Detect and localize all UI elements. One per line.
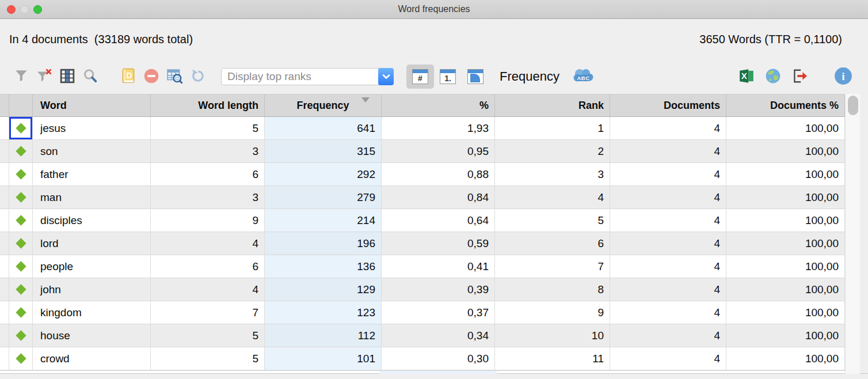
diamond-cell[interactable] bbox=[9, 278, 33, 301]
dropdown-value: Display top ranks bbox=[222, 70, 311, 83]
cell-documents: 4 bbox=[610, 301, 726, 324]
cell-percent: 1,93 bbox=[382, 117, 495, 140]
cell-documents: 4 bbox=[610, 324, 726, 347]
cell-percent: 0,39 bbox=[382, 278, 495, 301]
dictionary-button[interactable]: D bbox=[119, 67, 138, 86]
row-gutter bbox=[0, 140, 9, 163]
cell-documents-percent: 100,00 bbox=[726, 186, 845, 209]
export-excel-button[interactable]: X bbox=[737, 67, 756, 86]
cell-rank: 9 bbox=[495, 301, 610, 324]
table-row[interactable]: man 3 279 0,84 4 4 100,00 bbox=[0, 186, 845, 209]
diamond-cell[interactable] bbox=[9, 117, 33, 140]
close-button[interactable] bbox=[7, 5, 16, 14]
word-diamond-icon bbox=[16, 192, 26, 202]
row-gutter bbox=[0, 347, 9, 370]
cell-rank: 7 bbox=[495, 255, 610, 278]
word-diamond-icon bbox=[16, 123, 26, 133]
cell-word[interactable]: son bbox=[33, 140, 151, 163]
undo-button[interactable] bbox=[188, 67, 207, 86]
word-diamond-icon bbox=[16, 353, 26, 363]
diamond-cell[interactable] bbox=[9, 140, 33, 163]
search-results-button[interactable] bbox=[165, 67, 184, 86]
cell-word[interactable]: father bbox=[33, 163, 151, 186]
table-row[interactable]: father 6 292 0,88 3 4 100,00 bbox=[0, 163, 845, 186]
header-word-length[interactable]: Word length bbox=[151, 94, 265, 116]
toggle-document-view[interactable] bbox=[462, 65, 489, 89]
table-row[interactable]: crowd 5 101 0,30 11 4 100,00 bbox=[0, 347, 845, 370]
cell-word-length: 3 bbox=[151, 186, 265, 209]
cell-word[interactable]: house bbox=[33, 324, 151, 347]
search-button[interactable] bbox=[81, 67, 100, 86]
table-row[interactable]: lord 4 196 0,59 6 4 100,00 bbox=[0, 232, 845, 255]
search-icon bbox=[82, 68, 98, 86]
traffic-lights bbox=[7, 0, 42, 19]
table-row[interactable]: house 5 112 0,34 10 4 100,00 bbox=[0, 324, 845, 347]
cell-frequency: 315 bbox=[265, 140, 382, 163]
cell-documents: 4 bbox=[610, 186, 726, 209]
vertical-scrollbar[interactable] bbox=[845, 94, 860, 374]
cell-percent: 0,88 bbox=[382, 163, 495, 186]
diamond-cell[interactable] bbox=[9, 232, 33, 255]
cell-word-length: 5 bbox=[151, 324, 265, 347]
diamond-cell[interactable] bbox=[9, 209, 33, 232]
cell-frequency: 112 bbox=[265, 324, 382, 347]
cell-word[interactable]: jesus bbox=[33, 117, 151, 140]
zoom-button[interactable] bbox=[33, 5, 42, 14]
scrollbar-thumb[interactable] bbox=[848, 96, 858, 115]
export-html-button[interactable] bbox=[763, 67, 783, 86]
cell-word[interactable]: lord bbox=[33, 232, 151, 255]
cell-word[interactable]: john bbox=[33, 278, 151, 301]
cell-word[interactable]: people bbox=[33, 255, 151, 278]
cell-word[interactable]: man bbox=[33, 186, 151, 209]
table-row[interactable]: jesus 5 641 1,93 1 4 100,00 bbox=[0, 117, 845, 140]
header-word[interactable]: Word bbox=[33, 94, 151, 116]
table-row[interactable]: people 6 136 0,41 7 4 100,00 bbox=[0, 255, 845, 278]
row-gutter bbox=[0, 324, 9, 347]
header-frequency[interactable]: Frequency bbox=[265, 94, 382, 116]
cell-rank: 11 bbox=[495, 347, 610, 370]
header-documents-percent[interactable]: Documents % bbox=[726, 94, 845, 116]
diamond-cell[interactable] bbox=[9, 347, 33, 370]
filter-button[interactable] bbox=[12, 67, 31, 86]
header-percent[interactable]: % bbox=[382, 94, 495, 116]
cell-documents: 4 bbox=[610, 347, 726, 370]
row-gutter bbox=[0, 301, 9, 324]
toggle-frequency-view[interactable]: # bbox=[406, 65, 434, 89]
select-columns-button[interactable] bbox=[58, 67, 77, 86]
dictionary-book-icon: D bbox=[121, 68, 136, 86]
cell-word[interactable]: crowd bbox=[33, 347, 151, 370]
word-cloud-icon: ABC bbox=[572, 67, 594, 86]
header-diamond[interactable] bbox=[9, 94, 33, 116]
diamond-cell[interactable] bbox=[9, 186, 33, 209]
row-gutter bbox=[0, 209, 9, 232]
minimize-button[interactable] bbox=[20, 5, 29, 14]
display-top-ranks-dropdown[interactable]: Display top ranks bbox=[221, 68, 394, 85]
remove-filter-button[interactable] bbox=[35, 67, 54, 86]
table-columns-icon bbox=[60, 69, 75, 85]
diamond-cell[interactable] bbox=[9, 324, 33, 347]
svg-text:X: X bbox=[741, 71, 747, 81]
info-button[interactable]: i bbox=[833, 67, 853, 86]
header-documents[interactable]: Documents bbox=[610, 94, 726, 116]
table-row[interactable]: john 4 129 0,39 8 4 100,00 bbox=[0, 278, 845, 301]
cell-word[interactable]: kingdom bbox=[33, 301, 151, 324]
word-diamond-icon bbox=[16, 238, 26, 248]
diamond-cell[interactable] bbox=[9, 301, 33, 324]
word-cloud-button[interactable]: ABC bbox=[573, 67, 593, 86]
cell-documents: 4 bbox=[610, 163, 726, 186]
export-button[interactable] bbox=[790, 67, 809, 86]
toggle-rank-view[interactable]: 1. bbox=[434, 65, 462, 89]
row-gutter bbox=[0, 117, 9, 140]
row-gutter bbox=[0, 163, 9, 186]
cell-word-length: 4 bbox=[151, 232, 265, 255]
cell-word-length: 4 bbox=[151, 278, 265, 301]
diamond-cell[interactable] bbox=[9, 163, 33, 186]
stop-list-button[interactable] bbox=[142, 67, 161, 86]
cell-word[interactable]: disciples bbox=[33, 209, 151, 232]
cell-rank: 8 bbox=[495, 278, 610, 301]
table-row[interactable]: disciples 9 214 0,64 5 4 100,00 bbox=[0, 209, 845, 232]
diamond-cell[interactable] bbox=[9, 255, 33, 278]
table-row[interactable]: son 3 315 0,95 2 4 100,00 bbox=[0, 140, 845, 163]
header-rank[interactable]: Rank bbox=[495, 94, 610, 116]
table-row[interactable]: kingdom 7 123 0,37 9 4 100,00 bbox=[0, 301, 845, 324]
